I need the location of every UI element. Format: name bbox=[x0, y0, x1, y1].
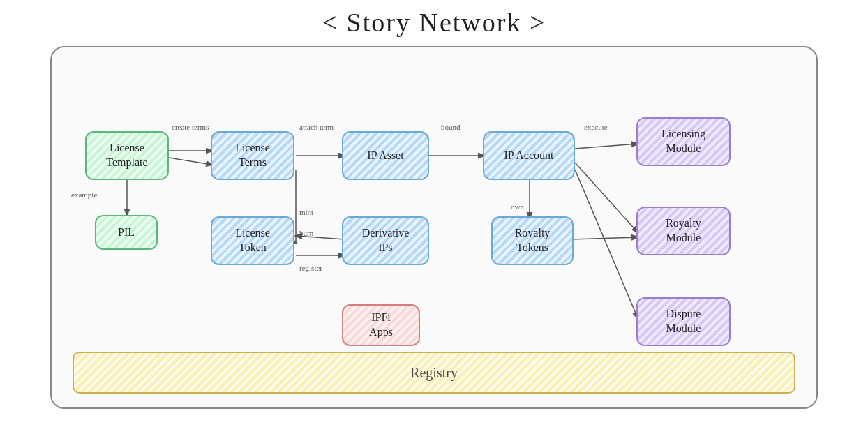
label-own: own bbox=[511, 202, 524, 211]
svg-line-14 bbox=[571, 237, 638, 239]
node-pil: PIL bbox=[95, 215, 158, 250]
svg-line-12 bbox=[575, 163, 638, 232]
node-license-terms: LicenseTerms bbox=[211, 131, 294, 180]
node-license-token: LicenseToken bbox=[211, 216, 294, 265]
registry-label: Registry bbox=[410, 365, 458, 381]
label-mint: mint bbox=[299, 208, 313, 216]
label-burn: burn bbox=[299, 229, 313, 237]
svg-line-11 bbox=[575, 144, 638, 149]
svg-line-13 bbox=[575, 170, 638, 318]
label-execute: execute bbox=[584, 123, 608, 131]
node-ip-account: IP Account bbox=[483, 131, 575, 180]
node-ip-asset: IP Asset bbox=[342, 131, 429, 180]
label-example: example bbox=[71, 190, 97, 199]
node-dispute-module: DisputeModule bbox=[636, 297, 731, 346]
label-create-terms: create terms bbox=[172, 123, 209, 131]
svg-line-1 bbox=[169, 158, 212, 165]
node-derivative-ips: DerivativeIPs bbox=[342, 216, 429, 265]
node-royalty-module: RoyaltyModule bbox=[636, 207, 731, 255]
page: < Story Network > bbox=[0, 0, 868, 434]
label-bound: bound bbox=[441, 123, 461, 131]
node-license-template: LicenseTemplate bbox=[85, 131, 169, 180]
registry-bar: Registry bbox=[73, 352, 795, 394]
label-register: register bbox=[299, 264, 322, 272]
label-attach-term: attach term bbox=[299, 123, 334, 131]
diagram-container: create terms example attach term mint bu… bbox=[50, 46, 818, 409]
node-ipfi-apps: IPFiApps bbox=[342, 304, 420, 346]
node-royalty-tokens: RoyaltyTokens bbox=[491, 216, 574, 265]
node-licensing-module: LicensingModule bbox=[636, 117, 731, 166]
page-title: < Story Network > bbox=[322, 7, 546, 38]
